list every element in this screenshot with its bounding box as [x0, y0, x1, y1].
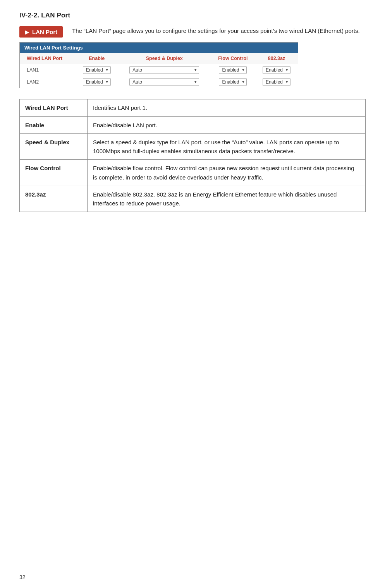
desc-definition: Enable/disable 802.3az. 802.3az is an En…	[88, 186, 366, 212]
cell-port: LAN2	[20, 76, 76, 88]
chevron-down-icon: ▼	[241, 80, 245, 84]
description-table: Wired LAN PortIdentifies LAN port 1.Enab…	[19, 99, 366, 212]
desc-definition: Enable/disable flow control. Flow contro…	[88, 160, 366, 186]
section-title: LAN Port	[41, 12, 70, 19]
desc-term: Wired LAN Port	[20, 99, 88, 116]
settings-box-header: Wired LAN Port Settings	[20, 43, 298, 53]
settings-row: LAN1Enabled ▼Auto ▼Enabled ▼Enabled ▼	[20, 64, 298, 76]
section-number: IV-2-2.	[19, 12, 39, 19]
desc-definition: Select a speed & duplex type for LAN por…	[88, 133, 366, 160]
enable-select[interactable]: Enabled ▼	[83, 66, 111, 74]
cell-flow: Enabled ▼	[211, 76, 255, 88]
desc-definition: Enable/disable LAN port.	[88, 116, 366, 133]
desc-row: EnableEnable/disable LAN port.	[20, 116, 366, 133]
lan-port-badge-wrap: ▶ LAN Port	[19, 26, 67, 38]
cell-enable: Enabled ▼	[76, 64, 118, 76]
cell-enable: Enabled ▼	[76, 76, 118, 88]
flow-select[interactable]: Enabled ▼	[219, 66, 247, 74]
desc-row: Wired LAN PortIdentifies LAN port 1.	[20, 99, 366, 116]
page-number: 32	[19, 574, 26, 580]
desc-term: Speed & Duplex	[20, 133, 88, 160]
section-heading: IV-2-2. LAN Port	[19, 12, 366, 19]
col-wired-lan-port: Wired LAN Port	[20, 53, 76, 64]
cell-8023az: Enabled ▼	[255, 76, 298, 88]
cell-speed: Auto ▼	[118, 64, 211, 76]
desc-term: Enable	[20, 116, 88, 133]
az-select[interactable]: Enabled ▼	[263, 66, 290, 74]
enable-select[interactable]: Enabled ▼	[83, 78, 111, 86]
desc-term: Flow Control	[20, 160, 88, 186]
wired-lan-settings-box: Wired LAN Port Settings Wired LAN Port E…	[19, 42, 298, 88]
col-flow-control: Flow Control	[211, 53, 255, 64]
cell-speed: Auto ▼	[118, 76, 211, 88]
desc-row: 802.3azEnable/disable 802.3az. 802.3az i…	[20, 186, 366, 212]
chevron-down-icon: ▼	[194, 80, 197, 84]
speed-select[interactable]: Auto ▼	[129, 66, 199, 74]
lan-port-badge: ▶ LAN Port	[19, 26, 63, 38]
chevron-down-icon: ▼	[105, 68, 109, 72]
cell-8023az: Enabled ▼	[255, 64, 298, 76]
chevron-down-icon: ▼	[285, 80, 289, 84]
badge-arrow: ▶	[25, 29, 29, 35]
col-802az: 802.3az	[255, 53, 298, 64]
desc-term: 802.3az	[20, 186, 88, 212]
az-select[interactable]: Enabled ▼	[263, 78, 290, 86]
intro-text: The “LAN Port” page allows you to config…	[72, 27, 360, 34]
desc-definition: Identifies LAN port 1.	[88, 99, 366, 116]
chevron-down-icon: ▼	[285, 68, 289, 72]
desc-row: Flow ControlEnable/disable flow control.…	[20, 160, 366, 186]
badge-label: LAN Port	[32, 29, 57, 35]
cell-flow: Enabled ▼	[211, 64, 255, 76]
speed-select[interactable]: Auto ▼	[129, 78, 199, 86]
settings-table: Wired LAN Port Enable Speed & Duplex Flo…	[20, 53, 298, 88]
desc-row: Speed & DuplexSelect a speed & duplex ty…	[20, 133, 366, 160]
col-speed-duplex: Speed & Duplex	[118, 53, 211, 64]
chevron-down-icon: ▼	[241, 68, 245, 72]
settings-row: LAN2Enabled ▼Auto ▼Enabled ▼Enabled ▼	[20, 76, 298, 88]
intro-block: ▶ LAN Port The “LAN Port” page allows yo…	[19, 26, 366, 35]
cell-port: LAN1	[20, 64, 76, 76]
settings-table-header-row: Wired LAN Port Enable Speed & Duplex Flo…	[20, 53, 298, 64]
col-enable: Enable	[76, 53, 118, 64]
flow-select[interactable]: Enabled ▼	[219, 78, 247, 86]
chevron-down-icon: ▼	[105, 80, 109, 84]
chevron-down-icon: ▼	[194, 68, 197, 72]
